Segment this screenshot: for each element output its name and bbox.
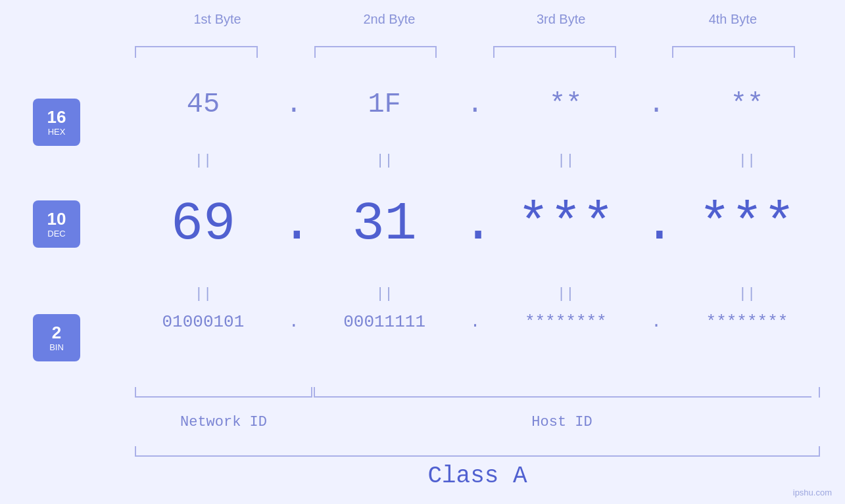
hex-badge-number: 16 — [47, 108, 66, 127]
bin-badge-number: 2 — [52, 323, 61, 342]
bin-dot3: . — [643, 312, 669, 332]
uline-nl-left — [135, 387, 136, 398]
eq2-v3: || — [500, 286, 631, 302]
uline-hl-right — [819, 387, 820, 398]
equals-row-1: || || || || — [132, 152, 819, 169]
bin-v1: 01000101 — [137, 312, 269, 332]
eq1-v3: || — [500, 152, 631, 169]
eq2-dot2 — [462, 286, 488, 302]
dec-badge: 10 DEC — [33, 200, 80, 248]
eq1-dot2 — [462, 152, 488, 169]
bracket-top-2 — [314, 46, 436, 47]
dec-v1: 69 — [137, 194, 269, 255]
bin-dot1: . — [281, 312, 307, 332]
dec-dot3: . — [643, 194, 669, 255]
hex-badge: 16 HEX — [33, 99, 80, 146]
eq2-v2: || — [319, 286, 450, 302]
eq1-v1: || — [137, 152, 269, 169]
network-id-label: Network ID — [135, 414, 312, 430]
eq1-dot1 — [281, 152, 307, 169]
eq2-dot3 — [643, 286, 669, 302]
byte-header-4: 4th Byte — [667, 12, 798, 27]
hex-dot3: . — [643, 89, 669, 120]
byte-header-2: 2nd Byte — [324, 12, 455, 27]
byte-header-1: 1st Byte — [152, 12, 283, 27]
hex-dot1: . — [281, 89, 307, 120]
dec-row: 69 . 31 . *** . *** — [132, 194, 819, 255]
class-a-line — [135, 455, 820, 457]
equals-row-2: || || || || — [132, 286, 819, 302]
bin-row: 01000101 . 00011111 . ******** . *******… — [132, 312, 819, 332]
bracket-top-4 — [672, 46, 794, 47]
uline-hl-left — [314, 387, 315, 398]
hex-badge-label: HEX — [48, 127, 66, 137]
byte-header-3: 3rd Byte — [495, 12, 627, 27]
dec-dot2: . — [462, 194, 488, 255]
tbv1r — [256, 46, 258, 58]
eq1-dot3 — [643, 152, 669, 169]
hex-dot2: . — [462, 89, 488, 120]
bracket-top-1 — [135, 46, 256, 47]
hex-v1: 45 — [137, 89, 269, 120]
hex-row: 45 . 1F . ** . ** — [132, 89, 819, 120]
eq1-v2: || — [319, 152, 450, 169]
dec-badge-number: 10 — [47, 210, 66, 229]
bin-v3: ******** — [500, 312, 631, 332]
eq1-v4: || — [681, 152, 813, 169]
main-container: 16 HEX 10 DEC 2 BIN 1st Byte 2nd Byte 3r… — [0, 0, 845, 504]
host-id-label: Host ID — [314, 414, 810, 430]
hex-v2: 1F — [319, 89, 450, 120]
hex-v3: ** — [500, 89, 631, 120]
tbv3r — [615, 46, 616, 58]
byte-headers: 1st Byte 2nd Byte 3rd Byte 4th Byte — [132, 12, 819, 27]
class-line-vl — [135, 446, 136, 457]
dec-v3: *** — [500, 194, 631, 255]
underline-network — [135, 396, 312, 398]
watermark: ipshu.com — [793, 488, 832, 497]
bin-badge-label: BIN — [49, 342, 64, 352]
tbv4r — [794, 46, 795, 58]
tbv2l — [314, 46, 316, 58]
dec-dot1: . — [281, 194, 307, 255]
bin-v2: 00011111 — [319, 312, 450, 332]
class-line-vr — [819, 446, 820, 457]
dec-v4: *** — [681, 194, 813, 255]
dec-badge-label: DEC — [47, 229, 65, 239]
tbv1l — [135, 46, 136, 58]
bin-v4: ******** — [681, 312, 813, 332]
eq2-dot1 — [281, 286, 307, 302]
tbv3l — [493, 46, 495, 58]
tbv2r — [435, 46, 437, 58]
underline-host — [314, 396, 811, 398]
bin-badge: 2 BIN — [33, 314, 80, 361]
bracket-top-3 — [493, 46, 615, 47]
bin-dot2: . — [462, 312, 488, 332]
eq2-v1: || — [137, 286, 269, 302]
hex-v4: ** — [681, 89, 813, 120]
tbv4l — [672, 46, 673, 58]
eq2-v4: || — [681, 286, 813, 302]
dec-v2: 31 — [319, 194, 450, 255]
uline-nl-right — [311, 387, 312, 398]
class-a-label: Class A — [135, 463, 820, 490]
